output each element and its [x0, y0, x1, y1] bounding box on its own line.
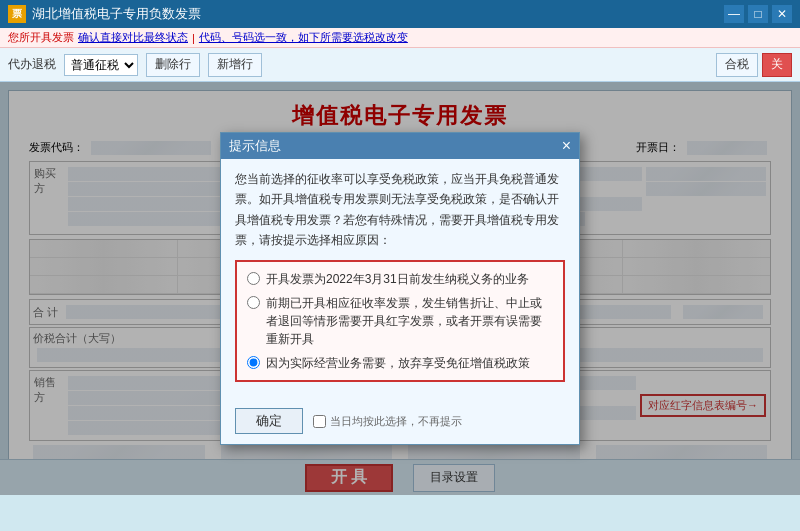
- modal-footer: 确定 当日均按此选择，不再提示: [221, 402, 579, 444]
- add-row-button[interactable]: 新增行: [208, 53, 262, 77]
- warning-text: 您所开具发票: [8, 30, 74, 45]
- close-button[interactable]: 关: [762, 53, 792, 77]
- tax-type-select[interactable]: 普通征税 差额征税: [64, 54, 138, 76]
- no-remind-container: 当日均按此选择，不再提示: [313, 414, 462, 429]
- radio-input-2[interactable]: [247, 296, 260, 309]
- warning-sep: |: [192, 32, 195, 44]
- radio-option-1[interactable]: 开具发票为2022年3月31日前发生纳税义务的业务: [247, 270, 553, 288]
- radio-input-1[interactable]: [247, 272, 260, 285]
- delete-row-button[interactable]: 删除行: [146, 53, 200, 77]
- minimize-button[interactable]: —: [724, 5, 744, 23]
- main-content: 增值税电子专用发票 发票代码： 开票日： 购买方: [0, 82, 800, 495]
- warning-link2[interactable]: 代码、号码选一致，如下所需要选税改改变: [199, 30, 408, 45]
- title-bar-left: 票 湖北增值税电子专用负数发票: [8, 5, 201, 23]
- modal-text: 您当前选择的征收率可以享受免税政策，应当开具免税普通发票。如开具增值税专用发票则…: [235, 169, 565, 251]
- modal-body: 您当前选择的征收率可以享受免税政策，应当开具免税普通发票。如开具增值税专用发票则…: [221, 159, 579, 403]
- radio-option-2[interactable]: 前期已开具相应征收率发票，发生销售折让、中止或者退回等情形需要开具红字发票，或者…: [247, 294, 553, 348]
- heti-button[interactable]: 合税: [716, 53, 758, 77]
- modal-dialog: 提示信息 × 您当前选择的征收率可以享受免税政策，应当开具免税普通发票。如开具增…: [220, 132, 580, 446]
- modal-close-button[interactable]: ×: [562, 138, 571, 154]
- modal-title: 提示信息: [229, 137, 281, 155]
- close-window-button[interactable]: ✕: [772, 5, 792, 23]
- radio-label-1[interactable]: 开具发票为2022年3月31日前发生纳税义务的业务: [266, 270, 529, 288]
- confirm-button[interactable]: 确定: [235, 408, 303, 434]
- radio-options-box: 开具发票为2022年3月31日前发生纳税义务的业务 前期已开具相应征收率发票，发…: [235, 260, 565, 382]
- app-title: 湖北增值税电子专用负数发票: [32, 5, 201, 23]
- warning-link1[interactable]: 确认直接对比最终状态: [78, 30, 188, 45]
- window-controls[interactable]: — □ ✕: [724, 5, 792, 23]
- radio-label-3[interactable]: 因为实际经营业务需要，放弃享受免征增值税政策: [266, 354, 530, 372]
- toolbar: 代办退税 普通征税 差额征税 删除行 新增行 合税 关: [0, 48, 800, 82]
- maximize-button[interactable]: □: [748, 5, 768, 23]
- radio-label-2[interactable]: 前期已开具相应征收率发票，发生销售折让、中止或者退回等情形需要开具红字发票，或者…: [266, 294, 553, 348]
- toolbar-label1: 代办退税: [8, 56, 56, 73]
- radio-option-3[interactable]: 因为实际经营业务需要，放弃享受免征增值税政策: [247, 354, 553, 372]
- title-bar: 票 湖北增值税电子专用负数发票 — □ ✕: [0, 0, 800, 28]
- warning-bar: 您所开具发票 确认直接对比最终状态 | 代码、号码选一致，如下所需要选税改改变: [0, 28, 800, 48]
- no-remind-label: 当日均按此选择，不再提示: [330, 414, 462, 429]
- modal-overlay: 提示信息 × 您当前选择的征收率可以享受免税政策，应当开具免税普通发票。如开具增…: [0, 82, 800, 495]
- app-icon: 票: [8, 5, 26, 23]
- toolbar-right: 合税 关: [716, 53, 792, 77]
- radio-input-3[interactable]: [247, 356, 260, 369]
- no-remind-checkbox[interactable]: [313, 415, 326, 428]
- modal-header: 提示信息 ×: [221, 133, 579, 159]
